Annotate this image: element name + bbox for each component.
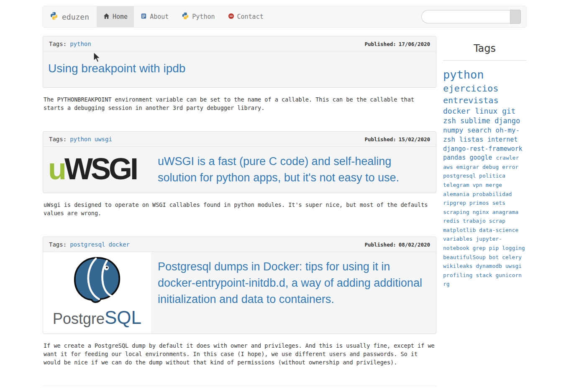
published-label: Published:08/02/2020 <box>364 242 430 248</box>
post-tag-link[interactable]: python <box>70 136 91 143</box>
sidebar-tag-django[interactable]: django <box>495 117 520 125</box>
sidebar-tag-bot[interactable]: bot <box>489 254 502 260</box>
nav-item-contact[interactable]: Contact <box>221 6 270 27</box>
sidebar-tag-django-rest-framework[interactable]: django-rest-framework <box>443 145 523 153</box>
sidebar-tag-profiling[interactable]: profiling <box>443 272 476 278</box>
sidebar-tag-crawler[interactable]: crawler <box>496 155 519 161</box>
published-label: Published:17/06/2020 <box>364 41 430 47</box>
post-panel-body: uWSGI uWSGI is a fast (pure C code) and … <box>43 147 436 193</box>
post-article: Tags:pythonuwsgi Published:15/02/2020 uW… <box>43 131 436 217</box>
sidebar-tag-stack[interactable]: stack <box>476 272 495 278</box>
sidebar-tag-python[interactable]: python <box>443 68 484 81</box>
sidebar-tag-grep[interactable]: grep <box>472 245 489 251</box>
sidebar-tag-sets[interactable]: sets <box>492 200 505 206</box>
post-panel-body: PostgreSQL Postgresql dumps in Docker: t… <box>43 252 436 333</box>
post-excerpt: uWsgi is designed to operate on WSGI cal… <box>44 201 436 217</box>
sidebar-tag-vpn[interactable]: vpn <box>472 182 485 188</box>
contact-icon <box>228 13 234 21</box>
sidebar-tag-celery[interactable]: celery <box>502 254 522 260</box>
nav-item-label: About <box>150 13 169 20</box>
post-panel-heading: Tags:postgresqldocker Published:08/02/20… <box>43 237 436 252</box>
sidebar-tag-anagrama[interactable]: anagrama <box>492 209 518 215</box>
post-tag-link[interactable]: docker <box>108 241 130 248</box>
post-article: Tags:postgresqldocker Published:08/02/20… <box>43 237 436 367</box>
post-tag-link[interactable]: python <box>70 41 91 47</box>
sidebar-tag-trabajo[interactable]: trabajo <box>463 218 489 224</box>
tags-sidebar: Tags python ejercicios entrevistas docke… <box>443 36 526 386</box>
sidebar-tag-ripgrep[interactable]: ripgrep <box>443 200 469 206</box>
sidebar-tag-nginx[interactable]: nginx <box>472 209 492 215</box>
sidebar-tag-merge[interactable]: merge <box>486 182 502 188</box>
sidebar-tag-scrap[interactable]: scrap <box>489 218 505 224</box>
nav-item-home[interactable]: Home <box>97 6 134 27</box>
sidebar-tag-google[interactable]: google <box>469 154 496 161</box>
postgresql-logo: PostgreSQL <box>43 252 151 333</box>
sidebar-tag-logging[interactable]: logging <box>502 245 525 251</box>
post-excerpt: The PYTHONBREAKPOINT environment variabl… <box>44 95 436 112</box>
search-button[interactable] <box>510 10 521 24</box>
sidebar-tag-listas[interactable]: listas <box>459 135 487 143</box>
sidebar-tag-pip[interactable]: pip <box>489 245 502 251</box>
sidebar-tag-git[interactable]: git <box>502 107 516 115</box>
post-title-link[interactable]: uWSGI is a fast (pure C code) and self-h… <box>158 155 399 184</box>
sidebar-tag-aws[interactable]: aws <box>443 164 456 170</box>
post-article: Tags:python Published:17/06/2020 Using b… <box>43 36 436 112</box>
sidebar-tag-linux[interactable]: linux <box>475 107 502 115</box>
sidebar-tag-gunicorn[interactable]: gunicorn <box>495 272 522 278</box>
sidebar-tag-internet[interactable]: internet <box>487 136 518 143</box>
post-panel: Tags:postgresqldocker Published:08/02/20… <box>43 237 436 334</box>
sidebar-tag-redis[interactable]: redis <box>443 218 463 224</box>
sidebar-tag-sublime[interactable]: sublime <box>460 117 495 125</box>
sidebar-tag-scraping[interactable]: scraping <box>443 209 472 215</box>
sidebar-tag-data-science[interactable]: data-science <box>479 227 518 233</box>
sidebar-tag-pandas[interactable]: pandas <box>443 154 469 161</box>
sidebar-tag-probabilidad[interactable]: probabilidad <box>472 191 512 197</box>
sidebar-tag-beautifulSoup[interactable]: beautifulSoup <box>443 254 489 260</box>
sidebar-tag-telegram[interactable]: telegram <box>443 182 472 188</box>
sidebar-tag-dynamodb[interactable]: dynamodb <box>476 263 505 269</box>
sidebar-tag-zsh[interactable]: zsh <box>443 117 460 125</box>
post-panel-body: Using breakpoint with ipdb <box>43 51 436 87</box>
sidebar-tag-wikileaks[interactable]: wikileaks <box>443 263 476 269</box>
nav-item-python[interactable]: Python <box>175 6 221 27</box>
post-title-link[interactable]: Using breakpoint with ipdb <box>48 62 185 75</box>
sidebar-tag-alemania[interactable]: alemania <box>443 191 472 197</box>
post-tag-link[interactable]: uwsgi <box>95 136 112 143</box>
sidebar-divider <box>443 60 526 61</box>
postgresql-elephant-icon <box>68 255 126 306</box>
post-title-link[interactable]: Postgresql dumps in Docker: tips for usi… <box>158 260 422 305</box>
brand-link[interactable]: eduzen <box>43 6 97 27</box>
sidebar-tag-politica[interactable]: politica <box>479 173 505 179</box>
navbar: eduzen Home About Python <box>43 6 526 28</box>
sidebar-tag-docker[interactable]: docker <box>443 107 475 115</box>
mouse-cursor <box>93 52 101 65</box>
post-title: Using breakpoint with ipdb <box>48 60 431 76</box>
sidebar-tag-numpy[interactable]: numpy <box>443 126 467 134</box>
tag-cloud: python ejercicios entrevistas docker lin… <box>443 67 526 288</box>
sidebar-tag-variables[interactable]: variables <box>443 236 476 242</box>
post-tags: Tags:python <box>49 41 91 47</box>
post-tags: Tags:pythonuwsgi <box>49 136 112 143</box>
sidebar-tag-matplotlib[interactable]: matplotlib <box>443 227 479 233</box>
post-excerpt: If we create a PostgreSQL dump by defaul… <box>44 341 436 367</box>
post-panel: Tags:python Published:17/06/2020 Using b… <box>43 36 436 88</box>
sidebar-tag-search[interactable]: search <box>467 126 495 134</box>
search-input[interactable] <box>421 10 510 23</box>
sidebar-tag-uwsgi[interactable]: uwsgi <box>505 263 522 269</box>
sidebar-tag-debug[interactable]: debug <box>482 164 502 170</box>
sidebar-tag-error[interactable]: error <box>502 164 518 170</box>
sidebar-tag-postgresql[interactable]: postgresql <box>443 173 479 179</box>
sidebar-tag-ejercicios[interactable]: ejercicios <box>443 83 498 94</box>
sidebar-title: Tags <box>443 43 526 54</box>
post-title: Postgresql dumps in Docker: tips for usi… <box>151 252 436 333</box>
sidebar-tag-rg[interactable]: rg <box>443 281 450 287</box>
tags-label: Tags: <box>49 241 67 248</box>
sidebar-tag-primos[interactable]: primos <box>469 200 492 206</box>
published-date: 08/02/2020 <box>399 242 430 248</box>
nav-item-about[interactable]: About <box>134 6 175 27</box>
sidebar-tag-entrevistas[interactable]: entrevistas <box>443 95 498 105</box>
post-tag-link[interactable]: postgresql <box>70 241 105 248</box>
sidebar-tag-emigrar[interactable]: emigrar <box>456 164 482 170</box>
about-icon <box>141 13 147 21</box>
uwsgi-logo: uWSGI <box>48 150 154 188</box>
